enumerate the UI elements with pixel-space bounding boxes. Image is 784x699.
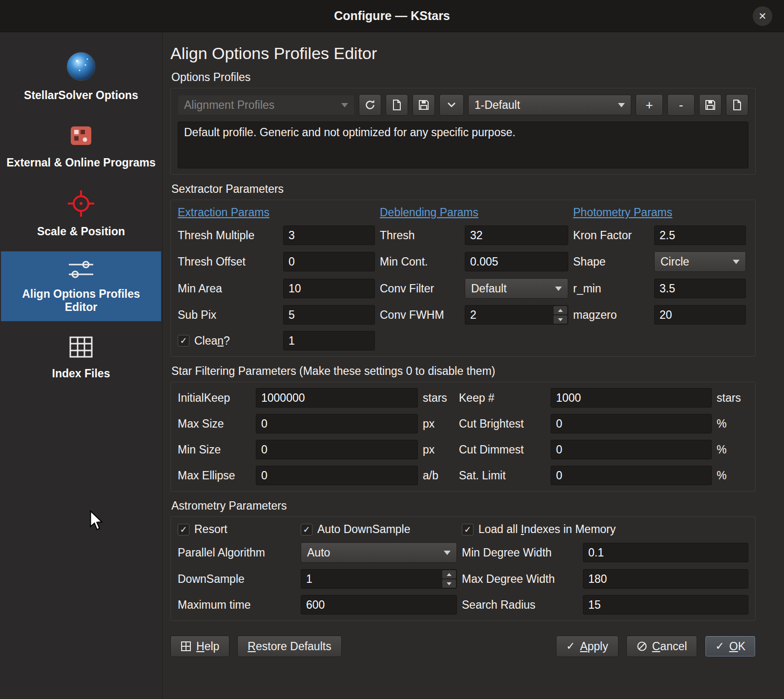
max-ellipse-unit: a/b bbox=[423, 469, 454, 482]
save-profiles-button[interactable] bbox=[413, 94, 435, 116]
spin-down-icon[interactable] bbox=[554, 315, 567, 324]
cut-brightest-input[interactable] bbox=[551, 414, 712, 433]
sidebar-item-stellarsolver-options[interactable]: StellarSolver Options bbox=[1, 44, 161, 109]
spin-down-icon[interactable] bbox=[442, 579, 456, 588]
checkbox-checked-icon: ✓ bbox=[462, 524, 474, 535]
star-filtering-title: Star Filtering Parameters (Make these se… bbox=[171, 365, 756, 378]
maximum-time-label: Maximum time bbox=[178, 598, 296, 612]
remove-profile-button[interactable]: - bbox=[667, 94, 695, 116]
resort-checkbox[interactable]: ✓ Resort bbox=[178, 523, 296, 536]
conv-filter-combo[interactable]: Default bbox=[465, 278, 568, 299]
spin-buttons bbox=[442, 570, 456, 588]
clean-value-input[interactable] bbox=[283, 331, 375, 350]
r-min-label: r_min bbox=[573, 282, 649, 295]
profile-group-combo[interactable]: Alignment Profiles bbox=[178, 95, 354, 115]
chevron-down-icon bbox=[341, 103, 348, 107]
thresh-multiple-label: Thresh Multiple bbox=[178, 229, 278, 242]
extraction-params-link[interactable]: Extraction Params bbox=[178, 206, 375, 219]
sidebar-item-external-online-programs[interactable]: External & Online Programs bbox=[1, 115, 161, 177]
downsample-input[interactable] bbox=[301, 569, 457, 589]
options-profiles-title: Options Profiles bbox=[171, 71, 756, 84]
close-button[interactable]: ✕ bbox=[753, 6, 772, 26]
resort-label: Resort bbox=[194, 523, 227, 536]
conv-fwhm-label: Conv FWHM bbox=[380, 308, 460, 322]
ok-button[interactable]: ✓ OK bbox=[705, 636, 756, 657]
checkbox-checked-icon: ✓ bbox=[301, 524, 312, 535]
open-profiles-file-button[interactable] bbox=[386, 94, 408, 116]
max-degree-width-input[interactable] bbox=[583, 569, 748, 589]
add-profile-button[interactable]: + bbox=[636, 94, 663, 116]
save-profile-button[interactable] bbox=[699, 94, 722, 116]
thresh-offset-input[interactable] bbox=[283, 252, 375, 271]
search-radius-label: Search Radius bbox=[462, 598, 578, 612]
keep-num-label: Keep # bbox=[459, 391, 546, 405]
auto-downsample-checkbox[interactable]: ✓ Auto DownSample bbox=[301, 523, 457, 536]
thresh-multiple-input[interactable] bbox=[283, 226, 375, 245]
initial-keep-label: InitialKeep bbox=[178, 391, 251, 405]
min-size-input[interactable] bbox=[256, 440, 418, 459]
cut-brightest-unit: % bbox=[717, 417, 748, 431]
thresh-input[interactable] bbox=[465, 226, 568, 245]
search-radius-input[interactable] bbox=[583, 595, 748, 615]
keep-num-input[interactable] bbox=[551, 388, 712, 408]
load-all-indexes-checkbox[interactable]: ✓ Load all Indexes in Memory bbox=[462, 523, 748, 536]
spin-up-icon[interactable] bbox=[442, 570, 456, 578]
downsample-spinbox[interactable] bbox=[301, 569, 457, 589]
min-cont-input[interactable] bbox=[465, 252, 568, 271]
help-button[interactable]: Help bbox=[170, 636, 229, 657]
profile-description[interactable]: Default profile. Generic and not optimiz… bbox=[178, 122, 748, 168]
settings-page: Align Options Profiles Editor Options Pr… bbox=[163, 32, 784, 699]
astrometry-group: Astrometry Parameters ✓ Resort ✓ Auto Do… bbox=[170, 499, 756, 621]
check-icon: ✓ bbox=[715, 641, 724, 652]
sat-limit-input[interactable] bbox=[551, 466, 712, 485]
grid-icon bbox=[68, 334, 94, 363]
magzero-input[interactable] bbox=[654, 305, 746, 325]
sidebar-item-align-options-profiles-editor[interactable]: Align Options Profiles Editor bbox=[1, 251, 161, 321]
load-all-indexes-label: Load all Indexes in Memory bbox=[478, 523, 616, 536]
parallel-algorithm-combo[interactable]: Auto bbox=[301, 542, 457, 563]
profile-select-combo[interactable]: 1-Default bbox=[468, 95, 631, 115]
max-size-input[interactable] bbox=[256, 414, 418, 433]
min-cont-label: Min Cont. bbox=[380, 255, 460, 268]
min-degree-width-input[interactable] bbox=[583, 543, 748, 562]
conv-fwhm-spinbox[interactable] bbox=[465, 305, 568, 325]
astrometry-title: Astrometry Parameters bbox=[171, 499, 756, 513]
clean-label: Clean? bbox=[194, 334, 230, 348]
photometry-params-link[interactable]: Photometry Params bbox=[573, 206, 746, 219]
apply-button[interactable]: ✓ Apply bbox=[556, 636, 619, 657]
parallel-algorithm-combo-value: Auto bbox=[307, 546, 438, 559]
sidebar-item-scale-position[interactable]: Scale & Position bbox=[1, 182, 161, 246]
cut-dimmest-unit: % bbox=[717, 443, 748, 456]
cut-dimmest-input[interactable] bbox=[551, 440, 712, 459]
sextractor-box: Extraction Params Deblending Params Phot… bbox=[170, 200, 756, 357]
sidebar-item-label: External & Online Programs bbox=[6, 156, 155, 170]
reload-profiles-button[interactable] bbox=[359, 94, 381, 116]
restore-defaults-button[interactable]: Restore Defaults bbox=[237, 636, 341, 657]
clean-checkbox[interactable]: ✓ Clean? bbox=[178, 334, 278, 348]
initial-keep-input[interactable] bbox=[256, 388, 418, 408]
sub-pix-input[interactable] bbox=[283, 305, 375, 325]
shape-combo[interactable]: Circle bbox=[654, 251, 746, 272]
cancel-button[interactable]: Cancel bbox=[626, 636, 698, 657]
deblending-params-link[interactable]: Deblending Params bbox=[380, 206, 568, 219]
max-size-unit: px bbox=[423, 417, 454, 431]
astrometry-box: ✓ Resort ✓ Auto DownSample ✓ Load all In… bbox=[170, 516, 756, 621]
profile-select-combo-value: 1-Default bbox=[475, 99, 612, 112]
checkbox-checked-icon: ✓ bbox=[178, 335, 189, 347]
max-ellipse-input[interactable] bbox=[256, 466, 418, 485]
r-min-input[interactable] bbox=[654, 279, 746, 298]
sidebar-item-index-files[interactable]: Index Files bbox=[1, 327, 161, 388]
profiles-menu-button[interactable] bbox=[439, 94, 464, 116]
star-filtering-grid: InitialKeep stars Keep # stars Max Size … bbox=[178, 388, 748, 485]
astrometry-grid: ✓ Resort ✓ Auto DownSample ✓ Load all In… bbox=[178, 523, 748, 615]
kron-factor-label: Kron Factor bbox=[573, 229, 649, 242]
kron-factor-input[interactable] bbox=[654, 226, 746, 245]
titlebar: Configure — KStars ✕ bbox=[0, 0, 784, 32]
export-profile-button[interactable] bbox=[726, 94, 748, 116]
maximum-time-input[interactable] bbox=[301, 595, 457, 615]
spin-up-icon[interactable] bbox=[554, 306, 567, 314]
close-icon: ✕ bbox=[759, 11, 767, 21]
min-area-input[interactable] bbox=[283, 279, 375, 298]
conv-fwhm-input[interactable] bbox=[465, 305, 568, 325]
sidebar-item-label: Index Files bbox=[52, 367, 110, 381]
